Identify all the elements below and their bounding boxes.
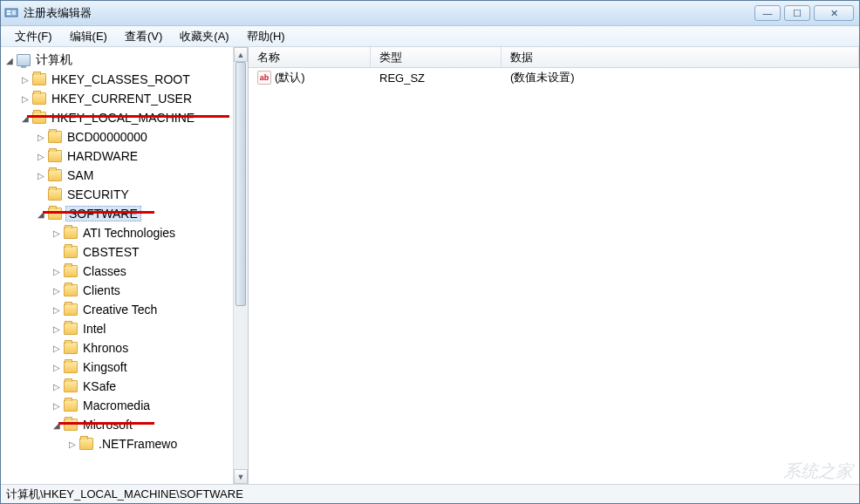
menu-file[interactable]: 文件(F) [6,27,61,46]
scroll-track[interactable] [234,62,248,469]
expander-icon[interactable] [36,132,46,142]
folder-icon [64,419,78,431]
tree-node-bcd[interactable]: BCD00000000 [4,127,248,146]
statusbar: 计算机\HKEY_LOCAL_MACHINE\SOFTWARE [1,484,859,503]
statusbar-path: 计算机\HKEY_LOCAL_MACHINE\SOFTWARE [6,487,243,501]
tree-node-macromedia[interactable]: Macromedia [4,396,248,415]
svg-rect-1 [7,10,10,12]
folder-icon [64,361,78,373]
column-header-type[interactable]: 类型 [371,47,502,67]
column-header-data[interactable]: 数据 [502,47,859,67]
list-row[interactable]: ab (默认) REG_SZ (数值未设置) [249,68,859,87]
expander-icon[interactable] [20,93,31,104]
node-label: HARDWARE [65,149,140,163]
tree-scrollbar[interactable]: ▲ ▼ [233,47,248,484]
node-label: Classes [81,264,128,278]
tree-node-computer[interactable]: 计算机 [4,51,248,70]
minimize-button[interactable]: — [754,5,781,21]
expander-icon[interactable] [51,400,62,411]
tree-node-software[interactable]: SOFTWARE [4,204,248,223]
node-label: KSafe [81,379,118,393]
node-label: BCD00000000 [65,130,149,144]
expander-icon[interactable] [51,266,62,276]
expander-icon[interactable] [67,439,78,449]
menubar: 文件(F) 编辑(E) 查看(V) 收藏夹(A) 帮助(H) [1,26,859,47]
expander-icon[interactable] [51,343,62,353]
expander-icon[interactable] [36,170,46,180]
expander-icon[interactable] [4,55,15,65]
expander-icon[interactable] [51,304,62,315]
tree-node-creative[interactable]: Creative Tech [4,300,248,319]
tree-node-microsoft[interactable]: Microsoft [4,415,248,434]
menu-view[interactable]: 查看(V) [116,27,171,46]
node-label: SOFTWARE [65,206,141,221]
value-type: REG_SZ [371,70,502,86]
computer-icon [17,54,31,66]
titlebar: 注册表编辑器 — ☐ ✕ [1,1,859,26]
scroll-thumb[interactable] [235,62,246,306]
expander-icon[interactable] [51,381,62,392]
expander-icon[interactable] [51,228,62,238]
tree-node-ksafe[interactable]: KSafe [4,377,248,396]
tree-node-hardware[interactable]: HARDWARE [4,146,248,166]
expander-icon[interactable] [51,285,62,296]
close-button[interactable]: ✕ [814,5,854,21]
folder-icon [64,265,78,277]
expander-icon[interactable] [51,362,62,372]
expander-icon[interactable] [36,208,46,219]
tree-node-hkcr[interactable]: HKEY_CLASSES_ROOT [4,70,248,89]
tree-node-sam[interactable]: SAM [4,166,248,185]
node-label: SECURITY [65,187,131,201]
menu-help[interactable]: 帮助(H) [238,27,294,46]
registry-editor-window: 注册表编辑器 — ☐ ✕ 文件(F) 编辑(E) 查看(V) 收藏夹(A) 帮助… [0,0,860,504]
maximize-button[interactable]: ☐ [784,5,810,21]
app-icon [4,6,18,20]
folder-icon [64,227,78,239]
node-label: ATI Technologies [81,226,177,240]
menu-edit[interactable]: 编辑(E) [61,27,116,46]
tree-node-ati[interactable]: ATI Technologies [4,223,248,242]
node-label: HKEY_CLASSES_ROOT [50,72,192,86]
node-label: HKEY_CURRENT_USER [50,92,194,106]
tree-node-intel[interactable]: Intel [4,319,248,338]
folder-icon [32,92,46,105]
tree-node-hklm[interactable]: HKEY_LOCAL_MACHINE [4,108,248,127]
folder-icon [48,150,62,162]
expander-icon[interactable] [36,151,46,161]
tree-node-hkcu[interactable]: HKEY_CURRENT_USER [4,89,248,108]
scroll-up-button[interactable]: ▲ [234,47,248,62]
scroll-down-button[interactable]: ▼ [234,469,248,484]
folder-icon [64,284,78,296]
tree-node-clients[interactable]: Clients [4,281,248,300]
node-label: Macromedia [81,398,152,412]
folder-icon [64,303,78,316]
tree: 计算机 HKEY_CLASSES_ROOT HKEY_CURRENT_USER [1,47,248,457]
folder-icon [64,399,78,412]
node-label: Clients [81,283,122,297]
tree-node-cbstest[interactable]: CBSTEST [4,242,248,262]
folder-icon [48,208,62,220]
annotation-underline [27,115,229,118]
tree-node-classes[interactable]: Classes [4,262,248,281]
menu-favorites[interactable]: 收藏夹(A) [171,27,237,46]
tree-node-khronos[interactable]: Khronos [4,338,248,358]
node-label: Microsoft [81,418,134,432]
expander-icon[interactable] [20,74,31,85]
tree-pane: 计算机 HKEY_CLASSES_ROOT HKEY_CURRENT_USER [1,47,249,484]
folder-icon [79,438,93,450]
folder-icon [64,380,78,392]
list-body: ab (默认) REG_SZ (数值未设置) [249,68,859,484]
folder-icon [48,169,62,181]
tree-node-security[interactable]: SECURITY [4,185,248,204]
node-label: Creative Tech [81,303,159,317]
tree-node-kingsoft[interactable]: Kingsoft [4,358,248,377]
expander-icon[interactable] [20,112,31,123]
expander-icon[interactable] [51,419,62,430]
expander-icon[interactable] [51,324,62,334]
column-header-name[interactable]: 名称 [249,47,371,67]
folder-icon [64,323,78,335]
window-title: 注册表编辑器 [24,5,754,21]
list-pane: 名称 类型 数据 ab (默认) REG_SZ (数值未设置) 系统之家 [249,47,859,484]
tree-node-netframework[interactable]: .NETFramewo [4,434,248,453]
node-label: SAM [65,168,95,182]
